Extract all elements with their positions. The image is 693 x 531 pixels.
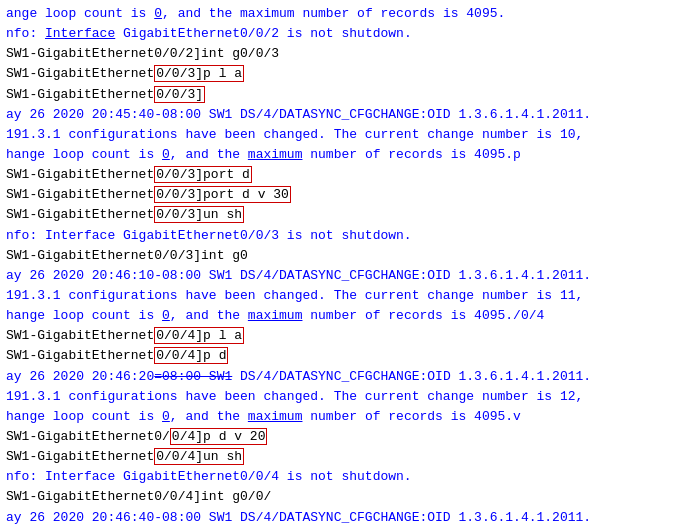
boxed-segment: 0/0/3]port d v 30 [154,186,291,203]
boxed-segment: 0/0/3]p l a [154,65,244,82]
log-line: SW1-GigabitEthernet0/0/3] [6,85,687,105]
log-line: nfo: Interface GigabitEthernet0/0/3 is n… [6,226,687,246]
log-line: SW1-GigabitEthernet0/0/4]int g0/0/ [6,487,687,507]
log-line: 191.3.1 configurations have been changed… [6,387,687,407]
log-line: ay 26 2020 20:46:20=08:00 SW1 DS/4/DATAS… [6,367,687,387]
strikethrough-text: =08:00 SW1 [154,369,232,384]
log-line: hange loop count is 0, and the maximum n… [6,145,687,165]
highlight-text: maximum [248,308,303,323]
log-line: 191.3.1 configurations have been changed… [6,528,687,531]
log-line: hange loop count is 0, and the maximum n… [6,306,687,326]
log-viewer: ange loop count is 0, and the maximum nu… [0,0,693,531]
log-line: hange loop count is 0, and the maximum n… [6,407,687,427]
boxed-segment: 0/0/4]un sh [154,448,244,465]
log-line: 191.3.1 configurations have been changed… [6,125,687,145]
log-line: SW1-GigabitEthernet0/0/4]p l a [6,326,687,346]
boxed-segment: 0/0/3] [154,86,205,103]
log-line: SW1-GigabitEthernet0/0/3]port d v 30 [6,185,687,205]
log-line: 191.3.1 configurations have been changed… [6,286,687,306]
boxed-segment: 0/4]p d v 20 [170,428,268,445]
log-line: SW1-GigabitEthernet0/0/3]int g0 [6,246,687,266]
log-line: SW1-GigabitEthernet0/0/4]p d v 20 [6,427,687,447]
log-line: ay 26 2020 20:46:10-08:00 SW1 DS/4/DATAS… [6,266,687,286]
log-line: ange loop count is 0, and the maximum nu… [6,4,687,24]
highlight-text: 0 [162,409,170,424]
highlight-text: maximum [248,147,303,162]
highlight-text: 0 [162,147,170,162]
log-line: SW1-GigabitEthernet0/0/4]p d [6,346,687,366]
log-line: ay 26 2020 20:45:40-08:00 SW1 DS/4/DATAS… [6,105,687,125]
log-line: SW1-GigabitEthernet0/0/3]un sh [6,205,687,225]
log-line: SW1-GigabitEthernet0/0/4]un sh [6,447,687,467]
highlight-interface: Interface [45,26,115,41]
highlight-text: 0 [162,308,170,323]
log-line: nfo: Interface GigabitEthernet0/0/4 is n… [6,467,687,487]
boxed-segment: 0/0/3]un sh [154,206,244,223]
boxed-segment: 0/0/3]port d [154,166,252,183]
highlight-text: maximum [248,409,303,424]
log-line: ay 26 2020 20:46:40-08:00 SW1 DS/4/DATAS… [6,508,687,528]
boxed-segment: 0/0/4]p d [154,347,228,364]
log-line: SW1-GigabitEthernet0/0/2]int g0/0/3 [6,44,687,64]
log-line: nfo: Interface GigabitEthernet0/0/2 is n… [6,24,687,44]
log-line: SW1-GigabitEthernet0/0/3]p l a [6,64,687,84]
boxed-segment: 0/0/4]p l a [154,327,244,344]
highlight-text: 0 [154,6,162,21]
log-line: SW1-GigabitEthernet0/0/3]port d [6,165,687,185]
